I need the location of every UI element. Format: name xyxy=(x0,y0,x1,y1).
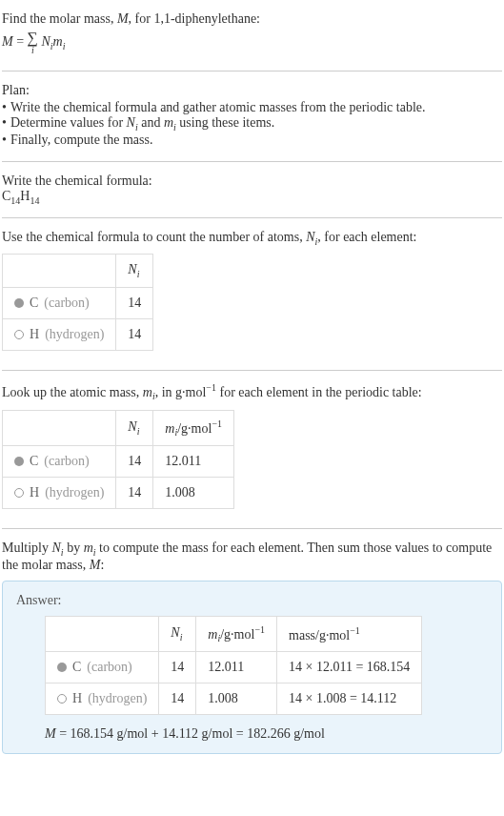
n-value: 14 xyxy=(159,652,196,683)
n-header: Ni xyxy=(116,255,153,288)
text: Find the molar mass, xyxy=(2,11,117,26)
n-value: 14 xyxy=(116,478,153,509)
circle-filled-icon xyxy=(14,298,24,308)
text: , for 1,1-diphenylethane: xyxy=(129,11,260,26)
answer-table: Ni mi/g·mol−1 mass/g·mol−1 C (carbon) 14… xyxy=(45,616,422,715)
mass-value: 14 × 1.008 = 14.112 xyxy=(277,683,422,715)
element-cell: C (carbon) xyxy=(3,446,116,478)
bullet-icon: • xyxy=(2,115,7,131)
section-title: Use the chemical formula to count the nu… xyxy=(2,230,502,247)
m-value: 12.011 xyxy=(196,652,277,683)
table-header-row: Ni xyxy=(3,255,153,288)
m-header: mi/g·mol−1 xyxy=(153,410,234,445)
divider xyxy=(2,161,502,162)
element-cell: C (carbon) xyxy=(3,288,116,319)
m-value: 1.008 xyxy=(153,478,234,509)
circle-filled-icon xyxy=(14,457,24,466)
element-c: C xyxy=(2,189,10,203)
count-table: Ni C (carbon) 14 H (hydrogen) 14 xyxy=(2,254,153,351)
chemical-formula-section: Write the chemical formula: C14H14 xyxy=(2,166,502,214)
n-header: Ni xyxy=(159,616,196,651)
eq: = xyxy=(13,34,28,49)
lookup-section: Look up the atomic mass, mi, in g·mol−1 … xyxy=(2,375,502,524)
section-title: Multiply Ni by mi to compute the mass fo… xyxy=(2,541,502,573)
element-cell: H (hydrogen) xyxy=(46,683,159,715)
mass-value: 14 × 12.011 = 168.154 xyxy=(277,652,422,683)
plan-section: Plan: •Write the chemical formula and ga… xyxy=(2,75,502,157)
sub: i xyxy=(63,41,66,51)
table-header-row: Ni mi/g·mol−1 xyxy=(3,410,234,445)
var-m: m xyxy=(53,34,63,49)
table-row: C (carbon) 14 xyxy=(3,288,153,319)
element-cell: C (carbon) xyxy=(46,652,159,683)
answer-box: Answer: Ni mi/g·mol−1 mass/g·mol−1 C (ca… xyxy=(2,581,502,754)
sigma: ∑ xyxy=(28,31,38,46)
answer-label: Answer: xyxy=(16,593,488,608)
n-value: 14 xyxy=(116,288,153,319)
table-header-row: Ni mi/g·mol−1 mass/g·mol−1 xyxy=(46,616,422,651)
plan-text: Write the chemical formula and gather at… xyxy=(10,100,426,115)
plan-item: •Write the chemical formula and gather a… xyxy=(2,100,502,115)
table-row: H (hydrogen) 14 xyxy=(3,319,153,351)
element-cell: H (hydrogen) xyxy=(3,478,116,509)
empty-header xyxy=(46,616,159,651)
sub: 14 xyxy=(30,195,39,206)
header-section: Find the molar mass, M, for 1,1-diphenyl… xyxy=(2,4,502,67)
circle-open-icon xyxy=(57,694,67,704)
table-row: H (hydrogen) 14 1.008 xyxy=(3,478,234,509)
element-h: H xyxy=(20,189,30,203)
mass-header: mass/g·mol−1 xyxy=(277,616,422,651)
sub: 14 xyxy=(10,195,20,206)
divider xyxy=(2,370,502,371)
divider xyxy=(2,528,502,529)
chemical-formula: C14H14 xyxy=(2,189,502,206)
bullet-icon: • xyxy=(2,133,7,148)
final-result: M = 168.154 g/mol + 14.112 g/mol = 182.2… xyxy=(45,726,488,742)
lookup-table: Ni mi/g·mol−1 C (carbon) 14 12.011 H (hy… xyxy=(2,410,234,509)
divider xyxy=(2,217,502,218)
n-header: Ni xyxy=(116,410,153,445)
m-value: 1.008 xyxy=(196,683,277,715)
sigma-icon: ∑i xyxy=(28,31,38,55)
sigma-sub: i xyxy=(31,46,34,55)
circle-open-icon xyxy=(14,488,24,498)
plan-title: Plan: xyxy=(2,83,502,98)
table-row: C (carbon) 14 12.011 xyxy=(3,446,234,478)
element-cell: H (hydrogen) xyxy=(3,319,116,351)
lhs: M xyxy=(2,34,13,49)
section-title: Write the chemical formula: xyxy=(2,173,502,189)
circle-open-icon xyxy=(14,330,24,339)
empty-header xyxy=(3,255,116,288)
m-header: mi/g·mol−1 xyxy=(196,616,277,651)
var-m: M xyxy=(117,11,129,26)
circle-filled-icon xyxy=(57,663,67,672)
divider xyxy=(2,71,502,71)
m-value: 12.011 xyxy=(153,446,234,478)
plan-item: •Finally, compute the mass. xyxy=(2,133,502,148)
table-row: C (carbon) 14 12.011 14 × 12.011 = 168.1… xyxy=(46,652,422,683)
empty-header xyxy=(3,410,116,445)
problem-statement: Find the molar mass, M, for 1,1-diphenyl… xyxy=(2,11,502,27)
plan-text: Finally, compute the mass. xyxy=(10,133,153,148)
n-value: 14 xyxy=(159,683,196,715)
bullet-icon: • xyxy=(2,100,7,115)
count-section: Use the chemical formula to count the nu… xyxy=(2,222,502,367)
plan-list: •Write the chemical formula and gather a… xyxy=(2,100,502,148)
section-title: Look up the atomic mass, mi, in g·mol−1 … xyxy=(2,382,502,401)
var-n: N xyxy=(41,34,50,49)
multiply-section: Multiply Ni by mi to compute the mass fo… xyxy=(2,533,502,762)
plan-text: Determine values for Ni and mi using the… xyxy=(10,115,274,133)
table-row: H (hydrogen) 14 1.008 14 × 1.008 = 14.11… xyxy=(46,683,422,715)
molar-mass-formula: M = ∑i Nimi xyxy=(2,31,502,55)
n-value: 14 xyxy=(116,446,153,478)
n-value: 14 xyxy=(116,319,153,351)
plan-item: •Determine values for Ni and mi using th… xyxy=(2,115,502,133)
